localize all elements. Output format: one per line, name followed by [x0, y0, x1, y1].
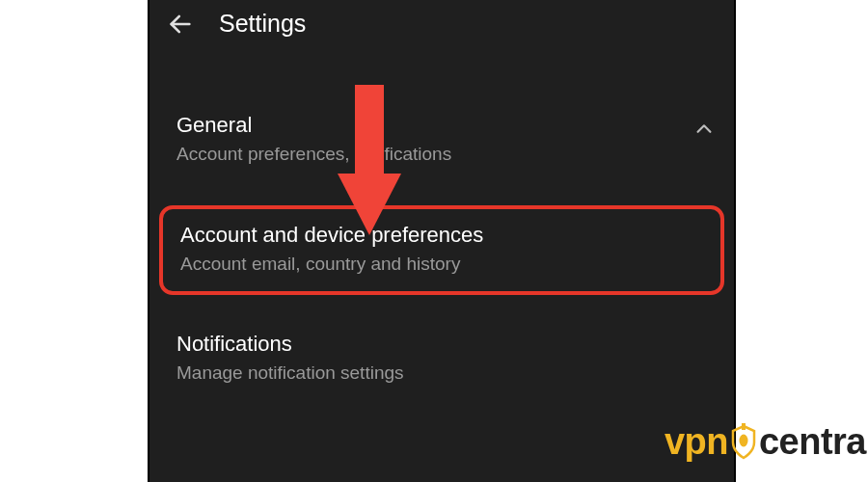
account-subtitle: Account email, country and history [180, 252, 705, 277]
general-subtitle: Account preferences, notifications [176, 142, 711, 167]
chevron-up-icon [693, 119, 715, 140]
settings-item-general[interactable]: General Account preferences, notificatio… [149, 97, 734, 184]
page-title: Settings [219, 10, 306, 38]
notifications-subtitle: Manage notification settings [176, 361, 711, 386]
svg-rect-3 [742, 423, 746, 430]
account-title: Account and device preferences [180, 223, 705, 248]
notifications-title: Notifications [176, 332, 711, 357]
svg-point-4 [739, 434, 747, 446]
header-bar: Settings [149, 0, 734, 51]
settings-screen: Settings General Account preferences, no… [148, 0, 736, 482]
general-title: General [176, 113, 711, 138]
settings-item-account-preferences[interactable]: Account and device preferences Account e… [159, 205, 724, 296]
watermark-text-centra: centra [759, 421, 866, 463]
back-arrow-icon[interactable] [167, 11, 194, 38]
settings-item-notifications[interactable]: Notifications Manage notification settin… [149, 316, 734, 403]
